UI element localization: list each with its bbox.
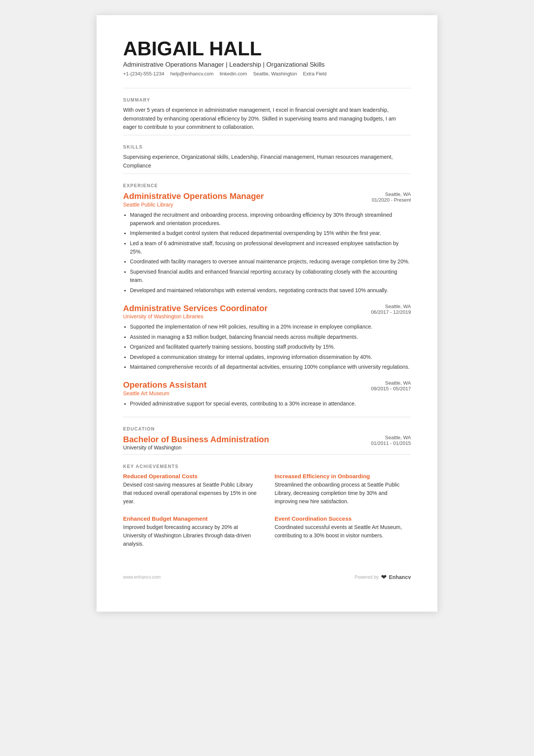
achievement-3-text: Coordinated successful events at Seattle… — [275, 523, 411, 540]
summary-text: With over 5 years of experience in admin… — [123, 106, 411, 131]
summary-label: SUMMARY — [123, 97, 411, 103]
achievement-1-text: Streamlined the onboarding process at Se… — [275, 481, 411, 506]
achievement-2-text: Improved budget forecasting accuracy by … — [123, 523, 259, 548]
phone: +1-(234)-555-1234 — [123, 71, 164, 77]
achievement-1: Increased Efficiency in Onboarding Strea… — [275, 473, 411, 506]
achievement-3: Event Coordination Success Coordinated s… — [275, 515, 411, 548]
bullet: Assisted in managing a $3 million budget… — [130, 333, 411, 341]
achievement-2-title: Enhanced Budget Management — [123, 515, 259, 522]
footer: www.enhancv.com Powered by ❤ Enhancv — [123, 573, 411, 581]
achievement-0-text: Devised cost-saving measures at Seattle … — [123, 481, 259, 506]
job-1-date: 01/2020 - Present — [372, 197, 411, 203]
resume-page: ABIGAIL HALL Administrative Operations M… — [97, 15, 437, 612]
full-name: ABIGAIL HALL — [123, 38, 411, 59]
edu-date: 01/2011 - 01/2015 — [371, 440, 411, 446]
bullet: Organized and facilitated quarterly trai… — [130, 343, 411, 351]
job-3-location: Seattle, WA — [371, 380, 411, 386]
experience-divider — [123, 174, 411, 174]
achievement-0-title: Reduced Operational Costs — [123, 473, 259, 479]
powered-by-text: Powered by — [354, 574, 378, 580]
job-1-title: Administrative Operations Manager — [123, 191, 264, 201]
job-3: Operations Assistant Seattle Art Museum … — [123, 380, 411, 408]
experience-label: EXPERIENCE — [123, 183, 411, 188]
job-3-bullets: Provided administrative support for spec… — [123, 399, 411, 408]
job-2-date: 06/2017 - 12/2019 — [371, 309, 411, 315]
enhancv-icon: ❤ — [381, 573, 387, 581]
bullet: Implemented a budget control system that… — [130, 229, 411, 237]
edu-location: Seattle, WA — [371, 435, 411, 440]
achievement-1-title: Increased Efficiency in Onboarding — [275, 473, 411, 479]
bullet: Managed the recruitment and onboarding p… — [130, 211, 411, 228]
achievements-grid: Reduced Operational Costs Devised cost-s… — [123, 473, 411, 550]
extra-field: Extra Field — [303, 71, 326, 77]
contact-line: +1-(234)-555-1234 help@enhancv.com linke… — [123, 71, 411, 77]
linkedin: linkedin.com — [220, 71, 247, 77]
summary-divider — [123, 88, 411, 88]
footer-powered: Powered by ❤ Enhancv — [354, 573, 411, 581]
edu-degree: Bachelor of Business Administration — [123, 435, 269, 445]
job-1-company: Seattle Public Library — [123, 202, 264, 208]
job-2-company: University of Washington Libraries — [123, 313, 267, 319]
job-2-location: Seattle, WA — [371, 304, 411, 309]
achievement-2: Enhanced Budget Management Improved budg… — [123, 515, 259, 548]
bullet: Maintained comprehensive records of all … — [130, 363, 411, 371]
achievement-3-title: Event Coordination Success — [275, 515, 411, 522]
bullet: Supervised financial audits and enhanced… — [130, 268, 411, 285]
bullet: Led a team of 6 administrative staff, fo… — [130, 239, 411, 256]
email: help@enhancv.com — [170, 71, 214, 77]
education-label: EDUCATION — [123, 426, 411, 432]
header: ABIGAIL HALL Administrative Operations M… — [123, 38, 411, 77]
job-1-bullets: Managed the recruitment and onboarding p… — [123, 211, 411, 295]
skills-label: SKILLS — [123, 144, 411, 150]
education-block: Bachelor of Business Administration Univ… — [123, 435, 411, 451]
achievements-divider — [123, 454, 411, 455]
job-title: Administrative Operations Manager | Lead… — [123, 61, 411, 69]
job-1-location: Seattle, WA — [372, 191, 411, 197]
bullet: Developed a communication strategy for i… — [130, 353, 411, 361]
bullet: Coordinated with facility managers to ov… — [130, 257, 411, 266]
location: Seattle, Washington — [253, 71, 297, 77]
footer-url: www.enhancv.com — [123, 574, 161, 580]
enhancv-brand: Enhancv — [389, 574, 411, 580]
job-3-company: Seattle Art Museum — [123, 390, 206, 396]
bullet: Supported the implementation of new HR p… — [130, 322, 411, 331]
achievements-label: KEY ACHIEVEMENTS — [123, 464, 411, 469]
job-2-title: Administrative Services Coordinator — [123, 304, 267, 313]
education-divider — [123, 417, 411, 417]
job-2-bullets: Supported the implementation of new HR p… — [123, 322, 411, 371]
skills-divider — [123, 135, 411, 135]
job-3-title: Operations Assistant — [123, 380, 206, 390]
edu-school: University of Washington — [123, 445, 269, 451]
job-3-date: 09/2015 - 05/2017 — [371, 386, 411, 391]
skills-text: Supervising experience, Organizational s… — [123, 153, 411, 170]
job-2: Administrative Services Coordinator Univ… — [123, 304, 411, 371]
achievement-0: Reduced Operational Costs Devised cost-s… — [123, 473, 259, 506]
bullet: Developed and maintained relationships w… — [130, 286, 411, 294]
bullet: Provided administrative support for spec… — [130, 399, 411, 408]
job-1: Administrative Operations Manager Seattl… — [123, 191, 411, 294]
